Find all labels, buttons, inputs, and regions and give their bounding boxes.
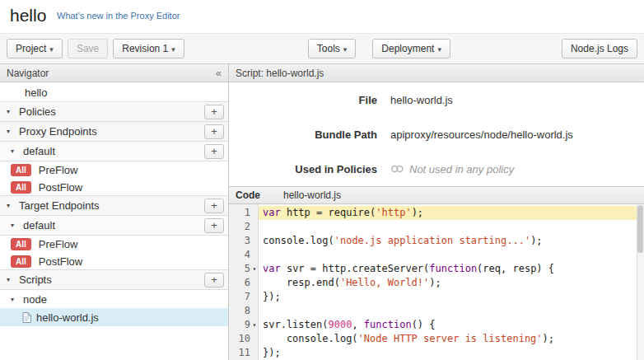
line-number: 4: [229, 248, 250, 262]
scrollbar-thumb[interactable]: [637, 205, 643, 253]
code-line: 7 });: [229, 290, 644, 304]
whats-new-link[interactable]: What's new in the Proxy Editor: [57, 11, 180, 21]
script-metadata: File hello-world.js Bundle Path apiproxy…: [229, 82, 644, 186]
tree-expand-icon[interactable]: ▾: [7, 202, 14, 209]
workspace: Navigator « hello ▾ Policies + ▾ Proxy E…: [0, 64, 644, 360]
line-number: 9: [229, 318, 250, 332]
add-target-endpoint-button[interactable]: +: [204, 199, 224, 213]
tree-item-proxy-root[interactable]: hello: [0, 82, 228, 102]
code-line: 11 });: [229, 346, 644, 360]
fold-spacer: [250, 220, 259, 234]
flow-condition-badge: All: [11, 255, 31, 268]
tree-expand-icon[interactable]: ▾: [11, 296, 18, 303]
collapse-navigator-button[interactable]: «: [216, 67, 222, 79]
tree-item-target-default[interactable]: ▾ default +: [0, 215, 228, 236]
add-script-button[interactable]: +: [204, 273, 224, 288]
fold-spacer: [250, 346, 259, 360]
section-label: Scripts: [19, 274, 52, 286]
tree-expand-icon[interactable]: ▾: [11, 222, 18, 229]
tree-item-proxy-preflow[interactable]: All PreFlow: [0, 161, 228, 179]
code-line: 2: [229, 220, 644, 234]
tree-item-hello-world-js[interactable]: hello-world.js: [0, 308, 228, 326]
tree-item-label: default: [23, 219, 55, 231]
nodejs-logs-button-label: Node.js Logs: [571, 43, 628, 54]
file-icon: [22, 312, 31, 323]
section-scripts[interactable]: ▾ Scripts +: [0, 269, 228, 290]
tools-button[interactable]: Tools▾: [308, 39, 357, 58]
caret-down-icon: ▾: [171, 45, 175, 54]
fold-open-icon[interactable]: ▾: [250, 318, 259, 332]
tree-expand-icon[interactable]: ▾: [7, 108, 14, 115]
line-number: 6: [229, 276, 250, 290]
add-proxy-endpoint-button[interactable]: +: [204, 124, 224, 139]
fold-spacer: [250, 206, 259, 220]
code-line: 10 console.log('Node HTTP server is list…: [229, 332, 644, 346]
caret-down-icon: ▾: [343, 45, 348, 54]
tree-expand-icon[interactable]: ▾: [7, 128, 14, 135]
line-number: 11: [229, 346, 250, 360]
section-policies[interactable]: ▾ Policies +: [0, 101, 228, 122]
scrollbar[interactable]: [637, 204, 644, 360]
tree-item-node-folder[interactable]: ▾ node: [0, 290, 228, 308]
revision-button[interactable]: Revision 1▾: [113, 39, 184, 58]
gutter: 7: [229, 290, 259, 304]
code-line: 9▾ svr.listen(9000, function() {: [229, 318, 644, 332]
line-number: 10: [229, 332, 250, 346]
tree-item-proxy-postflow[interactable]: All PostFlow: [0, 179, 228, 196]
revision-button-label: Revision 1: [122, 43, 168, 54]
section-proxy-endpoints[interactable]: ▾ Proxy Endpoints +: [0, 121, 228, 142]
used-in-policies-row: Used in Policies Not used in any policy: [229, 152, 644, 186]
tree-item-label: default: [23, 145, 55, 157]
deployment-button[interactable]: Deployment▾: [372, 39, 450, 58]
gutter: 10: [229, 332, 259, 346]
gutter: 5▾: [229, 262, 259, 276]
save-button[interactable]: Save: [68, 39, 108, 58]
tree-item-target-preflow[interactable]: All PreFlow: [0, 236, 228, 253]
link-icon: [390, 165, 404, 173]
script-detail-panel: Script: hello-world.js File hello-world.…: [229, 64, 644, 360]
tree-expand-icon[interactable]: ▾: [7, 276, 14, 283]
bundle-path-label: Bundle Path: [229, 129, 377, 141]
line-number: 5: [229, 262, 250, 276]
fold-spacer: [250, 290, 259, 304]
script-panel-title: Script: hello-world.js: [236, 68, 324, 79]
fold-open-icon[interactable]: ▾: [250, 262, 259, 276]
navigator-panel: Navigator « hello ▾ Policies + ▾ Proxy E…: [0, 64, 229, 360]
used-in-policies-label: Used in Policies: [229, 163, 377, 175]
section-label: Policies: [19, 105, 56, 118]
tree-expand-icon[interactable]: ▾: [11, 147, 18, 155]
fold-spacer: [250, 332, 259, 346]
gutter: 3: [229, 234, 259, 248]
page-title: hello: [10, 6, 46, 26]
project-button-label: Project: [16, 43, 46, 54]
code-line: 6 resp.end('Hello, World!');: [229, 276, 644, 290]
project-button[interactable]: Project▾: [7, 39, 63, 58]
nodejs-logs-button[interactable]: Node.js Logs: [562, 39, 637, 58]
tree-item-label: PreFlow: [39, 238, 78, 250]
code-line: 1 var http = require('http');: [229, 206, 644, 220]
add-target-flow-button[interactable]: +: [204, 218, 224, 233]
tree-item-label: node: [23, 293, 47, 306]
caret-down-icon: ▾: [49, 45, 54, 54]
tree-item-target-postflow[interactable]: All PostFlow: [0, 253, 228, 270]
add-policy-button[interactable]: +: [204, 105, 224, 119]
code-line: 3 console.log('node.js application start…: [229, 234, 644, 248]
tree-item-label: hello: [25, 86, 47, 99]
code-editor[interactable]: 1 var http = require('http'); 2 3 consol…: [229, 204, 644, 360]
tree-item-proxy-default[interactable]: ▾ default +: [0, 141, 228, 161]
section-label: Target Endpoints: [19, 199, 100, 212]
tools-button-label: Tools: [317, 43, 340, 54]
file-value: hello-world.js: [390, 94, 453, 106]
used-in-policies-value-wrap: Not used in any policy: [390, 163, 514, 175]
add-proxy-flow-button[interactable]: +: [204, 144, 224, 159]
code-label: Code: [229, 189, 260, 201]
toolbar: Project▾ Save Revision 1▾ Tools▾ Deploym…: [0, 33, 644, 64]
code-file-tab[interactable]: hello-world.js: [283, 189, 341, 201]
tree-item-label: PostFlow: [39, 181, 82, 194]
section-label: Proxy Endpoints: [19, 125, 97, 138]
section-target-endpoints[interactable]: ▾ Target Endpoints +: [0, 195, 228, 216]
bundle-path-value: apiproxy/resources/node/hello-world.js: [390, 129, 573, 141]
fold-spacer: [250, 234, 259, 248]
gutter: 9▾: [229, 318, 259, 332]
line-number: 8: [229, 304, 250, 318]
